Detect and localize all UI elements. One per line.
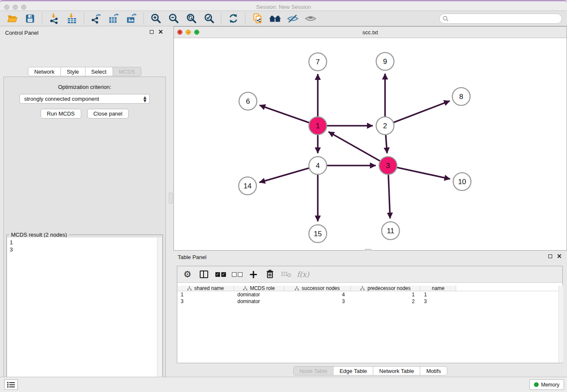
home-layout-icon[interactable] <box>269 12 281 25</box>
tab-select[interactable]: Select <box>85 67 113 76</box>
cell-name[interactable]: 3 <box>421 298 456 305</box>
control-panel-title: Control Panel <box>5 30 39 36</box>
tab-edge-table[interactable]: Edge Table <box>333 366 373 375</box>
close-table-panel-icon[interactable]: × <box>556 254 562 259</box>
tab-network[interactable]: Network <box>28 67 61 76</box>
column-header-MCDS-role[interactable]: MCDS role <box>234 286 284 291</box>
zoom-in-icon[interactable] <box>149 12 162 25</box>
panel-splitter-grip[interactable] <box>169 193 173 204</box>
column-header-shared-name[interactable]: shared name <box>177 286 234 291</box>
save-session-icon[interactable] <box>24 12 36 25</box>
control-panel: Control Panel × NetworkStyleSelectMCDS O… <box>0 26 169 372</box>
graph-node-1[interactable]: 1 <box>309 117 327 135</box>
import-network-icon[interactable] <box>48 12 61 25</box>
toolbar-separator <box>221 13 221 25</box>
application-window: Session: New Session <box>0 0 567 392</box>
zoom-out-icon[interactable] <box>167 12 180 25</box>
optimization-criterion-select[interactable]: strongly connected component ▲▼ <box>19 94 150 104</box>
mcds-result-area[interactable]: 1 3 <box>7 237 157 392</box>
graph-node-10[interactable]: 10 <box>453 173 471 190</box>
open-file-icon[interactable] <box>6 12 19 25</box>
network-canvas[interactable]: 7968124314101511 <box>174 38 567 250</box>
mcds-result-text: 1 3 <box>7 237 157 254</box>
zoom-fit-icon[interactable] <box>185 12 198 25</box>
graph-node-15[interactable]: 15 <box>309 225 327 243</box>
float-table-panel-icon[interactable] <box>548 254 552 258</box>
search-box[interactable] <box>439 14 562 24</box>
column-tree-icon <box>360 286 365 291</box>
cell-MCDS-role[interactable]: dominator <box>234 298 284 305</box>
deselect-all-checkboxes-icon[interactable] <box>231 268 243 280</box>
control-panel-header: Control Panel × <box>0 26 169 39</box>
cell-successor-nodes[interactable]: 3 <box>284 298 351 305</box>
graph-node-14[interactable]: 14 <box>239 177 256 195</box>
memory-button[interactable]: Memory <box>529 379 564 390</box>
search-input[interactable] <box>451 14 559 23</box>
column-tree-icon <box>187 286 192 291</box>
cell-predecessor-nodes[interactable]: 1 <box>351 291 421 298</box>
svg-text:10: 10 <box>458 178 466 186</box>
close-panel-button[interactable]: Close panel <box>87 109 129 119</box>
graph-node-11[interactable]: 11 <box>382 222 399 240</box>
cell-name[interactable]: 1 <box>421 291 456 298</box>
tab-style[interactable]: Style <box>61 67 85 76</box>
cell-MCDS-role[interactable]: dominator <box>234 291 284 298</box>
network-window-title: scc.txt <box>174 29 567 36</box>
graph-node-8[interactable]: 8 <box>452 88 470 105</box>
network-graph[interactable]: 7968124314101511 <box>174 38 567 250</box>
settings-gear-icon[interactable]: ⚙ <box>182 268 193 280</box>
column-header-predecessor-nodes[interactable]: predecessor nodes <box>351 286 421 291</box>
column-label: MCDS role <box>250 285 275 291</box>
run-mcds-button[interactable]: Run MCDS <box>41 109 81 119</box>
float-panel-icon[interactable] <box>150 30 154 34</box>
memory-label: Memory <box>541 382 559 388</box>
close-panel-icon[interactable]: × <box>158 29 163 34</box>
status-bar: Memory <box>0 377 567 392</box>
add-column-icon[interactable]: + <box>248 268 259 280</box>
cell-shared-name[interactable]: 3 <box>177 298 234 305</box>
column-header-successor-nodes[interactable]: successor nodes <box>284 286 351 291</box>
zoom-selected-icon[interactable] <box>203 12 215 25</box>
result-scrollbar[interactable] <box>157 237 162 392</box>
graph-node-6[interactable]: 6 <box>239 92 257 110</box>
edge-3-1[interactable] <box>328 132 388 166</box>
table-row[interactable]: 1dominator411 <box>177 291 562 298</box>
column-header-name[interactable]: name <box>421 286 456 291</box>
export-table-icon[interactable] <box>107 12 120 25</box>
import-table-icon[interactable] <box>66 12 78 25</box>
graph-node-7[interactable]: 7 <box>309 53 327 71</box>
graph-node-3[interactable]: 3 <box>379 157 397 174</box>
task-history-button[interactable] <box>4 379 18 390</box>
delete-column-icon[interactable] <box>264 268 276 280</box>
export-image-icon[interactable] <box>125 12 138 25</box>
table-scrollbar[interactable] <box>559 286 563 362</box>
show-graphics-details-icon[interactable] <box>304 12 317 25</box>
toolbar-separator <box>42 13 42 25</box>
export-network-icon[interactable] <box>90 12 102 25</box>
tab-motifs[interactable]: Motifs <box>420 366 447 375</box>
copy-network-icon[interactable] <box>251 12 264 25</box>
edge-2-8[interactable] <box>385 101 450 126</box>
network-view-window: ✕ − + scc.txt 7968124314101511 <box>173 26 567 251</box>
toolbar-separator <box>143 13 144 25</box>
svg-text:8: 8 <box>459 93 463 101</box>
delete-table-icon <box>281 268 292 280</box>
memory-status-icon <box>534 382 539 387</box>
cell-successor-nodes[interactable]: 4 <box>284 291 351 298</box>
tab-node-table[interactable]: Node Table <box>293 366 334 375</box>
svg-text:1: 1 <box>316 122 319 130</box>
graph-node-4[interactable]: 4 <box>309 157 327 174</box>
cell-shared-name[interactable]: 1 <box>177 291 234 298</box>
cell-predecessor-nodes[interactable]: 2 <box>351 298 421 305</box>
tab-mcds[interactable]: MCDS <box>113 67 141 76</box>
svg-text:14: 14 <box>244 182 252 190</box>
edge-3-10[interactable] <box>388 166 450 179</box>
graph-node-9[interactable]: 9 <box>376 52 394 70</box>
graph-node-2[interactable]: 2 <box>376 117 394 135</box>
tab-network-table[interactable]: Network Table <box>373 366 420 375</box>
select-all-checkboxes-icon[interactable]: ✓✓ <box>215 268 226 280</box>
refresh-view-icon[interactable] <box>227 12 239 25</box>
toggle-panes-icon[interactable] <box>198 268 210 280</box>
hide-graphics-details-icon[interactable] <box>286 12 299 25</box>
table-row[interactable]: 3dominator323 <box>177 298 562 305</box>
